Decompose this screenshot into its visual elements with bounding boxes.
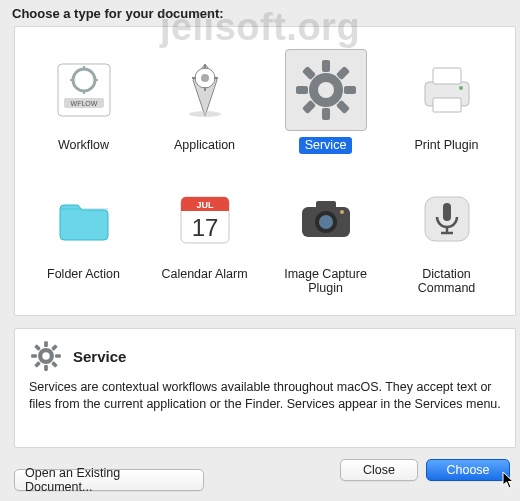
choose-button[interactable]: Choose [426,459,510,481]
svg-point-13 [201,74,209,82]
svg-rect-45 [55,354,61,358]
svg-rect-21 [301,100,315,114]
svg-rect-4 [83,66,85,70]
svg-rect-16 [322,60,330,72]
dictation-icon [406,178,488,260]
svg-rect-46 [51,344,58,351]
type-calendar-alarm[interactable]: JUL 17 Calendar Alarm [149,178,261,297]
calendar-alarm-icon: JUL 17 [164,178,246,260]
svg-rect-27 [433,98,461,112]
gear-icon [29,339,63,373]
type-print-plugin-label: Print Plugin [409,137,485,153]
description-title: Service [73,348,126,365]
print-plugin-icon [406,49,488,131]
svg-rect-5 [83,90,85,94]
svg-rect-18 [296,86,308,94]
svg-rect-47 [34,361,41,368]
type-image-capture[interactable]: Image Capture Plugin [270,178,382,297]
description-panel: Service Services are contextual workflow… [14,328,516,448]
svg-point-36 [340,210,344,214]
grid-row-1: WFLOW Workflow Application [23,49,507,153]
svg-point-14 [189,111,221,117]
svg-rect-49 [51,361,58,368]
svg-point-28 [459,86,463,90]
type-service-label: Service [299,137,353,153]
prompt-label: Choose a type for your document: [12,6,224,21]
type-folder-action[interactable]: Folder Action [28,178,140,297]
svg-rect-26 [433,68,461,84]
svg-rect-33 [316,201,336,209]
footer: Open an Existing Document... Close Choos… [0,455,520,501]
svg-rect-20 [335,66,349,80]
close-button[interactable]: Close [340,459,418,481]
type-application-label: Application [168,137,241,153]
svg-rect-44 [31,354,37,358]
service-icon [285,49,367,131]
svg-rect-38 [443,203,451,221]
svg-rect-7 [94,79,98,81]
type-image-capture-label: Image Capture Plugin [272,266,380,297]
open-existing-document-button[interactable]: Open an Existing Document... [14,469,204,491]
document-type-grid: WFLOW Workflow Application [14,26,516,316]
type-workflow-label: Workflow [52,137,115,153]
svg-text:WFLOW: WFLOW [70,100,97,107]
svg-rect-17 [322,108,330,120]
type-service[interactable]: Service [270,49,382,153]
svg-rect-43 [44,365,48,371]
svg-rect-19 [344,86,356,94]
svg-rect-22 [301,66,315,80]
type-folder-action-label: Folder Action [41,266,126,282]
type-calendar-alarm-label: Calendar Alarm [155,266,253,282]
grid-row-2: Folder Action JUL 17 Calendar Alarm [23,178,507,297]
type-application[interactable]: Application [149,49,261,153]
type-print-plugin[interactable]: Print Plugin [391,49,503,153]
svg-rect-42 [44,341,48,347]
svg-rect-48 [34,344,41,351]
description-body: Services are contextual workflows availa… [29,379,501,413]
type-dictation[interactable]: Dictation Command [391,178,503,297]
folder-action-icon [43,178,125,260]
type-workflow[interactable]: WFLOW Workflow [28,49,140,153]
svg-point-35 [319,215,333,229]
svg-rect-6 [70,79,74,81]
calendar-day-text: 17 [191,214,218,241]
type-dictation-label: Dictation Command [393,266,501,297]
calendar-month-text: JUL [196,200,214,210]
svg-point-50 [42,352,49,359]
image-capture-icon [285,178,367,260]
svg-rect-23 [335,100,349,114]
application-icon [164,49,246,131]
svg-point-24 [318,82,334,98]
workflow-icon: WFLOW [43,49,125,131]
